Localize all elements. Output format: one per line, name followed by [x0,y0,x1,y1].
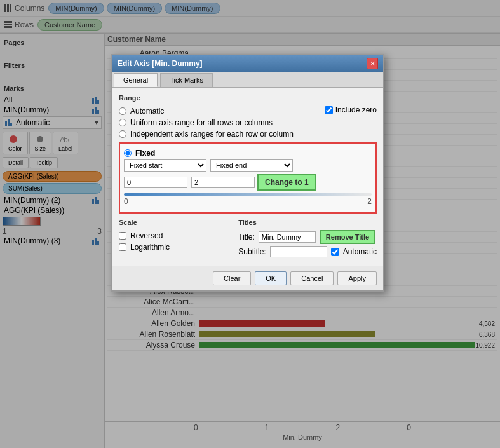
scale-title: Scale [119,219,226,226]
radio-uniform-row: Uniform axis range for all rows or colum… [119,117,294,128]
logarithmic-label: Logarithmic [130,243,170,252]
edit-axis-dialog: Edit Axis [Min. Dummy] ✕ General Tick Ma… [111,54,384,292]
slider-max: 2 [367,197,372,206]
dialog-body: Range Automatic Uniform axis range for a… [112,88,383,266]
reversed-label: Reversed [130,231,163,240]
radio-independent-row: Independent axis ranges for each row or … [119,128,294,140]
change-to-button[interactable]: Change to 1 [257,174,316,191]
subtitle-label: Subtitle: [238,247,266,256]
title-label: Title: [238,233,255,241]
fixed-start-select[interactable]: Fixed start [124,159,206,172]
dialog-titlebar: Edit Axis [Min. Dummy] ✕ [112,55,383,72]
logarithmic-row: Logarithmic [119,241,226,253]
axis-slider[interactable] [124,193,372,196]
range-options: Automatic Uniform axis range for all row… [119,105,294,140]
dialog-close-button[interactable]: ✕ [367,58,378,69]
subtitle-row: Subtitle: Automatic [238,246,377,257]
include-zero-container: Include zero [325,105,377,114]
dialog-footer: Clear OK Cancel Apply [112,266,383,290]
ok-button[interactable]: OK [255,271,287,285]
radio-automatic-row: Automatic [119,105,294,117]
logarithmic-checkbox[interactable] [119,243,126,251]
slider-container: 0 2 [124,193,372,206]
fixed-values-row: Change to 1 [124,174,372,191]
dialog-title: Edit Axis [Min. Dummy] [118,59,203,68]
fixed-end-select[interactable]: Fixed end [210,159,293,172]
radio-uniform[interactable] [119,119,126,126]
titles-section: Titles Title: Remove Title Subtitle: Aut… [238,219,377,259]
scale-section: Scale Reversed Logarithmic [119,219,226,259]
radio-automatic[interactable] [119,107,126,115]
dialog-tabs: General Tick Marks [112,72,383,88]
radio-fixed-row: Fixed [124,147,372,159]
subtitle-input[interactable] [270,246,327,257]
fixed-start-row: Fixed start Fixed end [124,159,372,172]
titles-title: Titles [238,219,377,226]
fixed-end-input[interactable] [191,177,255,188]
clear-button[interactable]: Clear [213,271,251,285]
scale-titles-row: Scale Reversed Logarithmic Titles Title: [119,219,377,259]
title-row: Title: Remove Title [238,230,377,244]
reversed-checkbox[interactable] [119,232,126,240]
slider-labels: 0 2 [124,197,372,206]
automatic-checkbox[interactable] [331,248,339,256]
fixed-box: Fixed Fixed start Fixed end Change to 1 [119,142,377,214]
fixed-start-input[interactable] [124,177,187,188]
tab-general[interactable]: General [114,73,158,87]
dialog-overlay: Edit Axis [Min. Dummy] ✕ General Tick Ma… [0,0,500,448]
include-zero-label: Include zero [335,105,377,114]
radio-independent[interactable] [119,130,126,138]
remove-title-button[interactable]: Remove Title [320,230,375,244]
apply-button[interactable]: Apply [337,271,377,285]
radio-automatic-label: Automatic [130,107,164,116]
reversed-row: Reversed [119,230,226,241]
slider-min: 0 [124,197,128,206]
automatic-label: Automatic [343,247,377,256]
include-zero-checkbox[interactable] [325,106,333,114]
radio-fixed[interactable] [124,149,132,157]
tab-tick-marks[interactable]: Tick Marks [160,73,213,87]
range-title: Range [119,94,377,102]
radio-fixed-label: Fixed [135,149,155,158]
radio-uniform-label: Uniform axis range for all rows or colum… [130,118,273,127]
radio-independent-label: Independent axis ranges for each row or … [130,130,294,139]
cancel-button[interactable]: Cancel [290,271,334,285]
title-input[interactable] [259,231,316,243]
